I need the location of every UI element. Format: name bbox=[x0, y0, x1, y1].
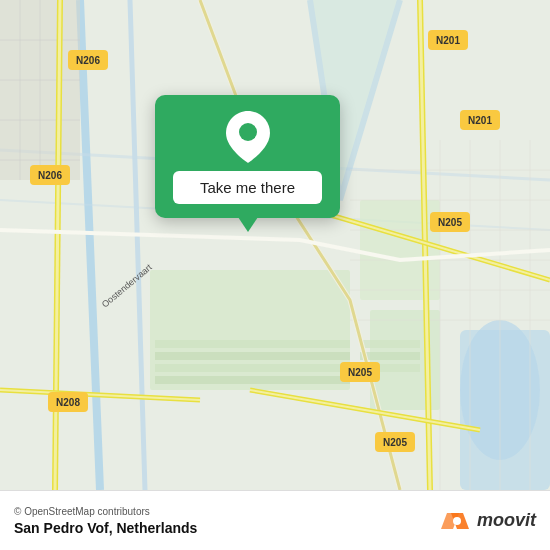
svg-text:N201: N201 bbox=[468, 115, 492, 126]
svg-rect-9 bbox=[155, 340, 350, 348]
map-container: N206 N206 N201 N201 N205 N205 N205 N208 … bbox=[0, 0, 550, 490]
svg-text:N201: N201 bbox=[436, 35, 460, 46]
svg-rect-13 bbox=[360, 340, 420, 348]
footer-bar: © OpenStreetMap contributors San Pedro V… bbox=[0, 490, 550, 550]
popup-card[interactable]: Take me there bbox=[155, 95, 340, 218]
location-pin-icon bbox=[226, 111, 270, 163]
svg-rect-10 bbox=[155, 352, 350, 360]
svg-point-55 bbox=[453, 517, 461, 525]
take-me-there-button[interactable]: Take me there bbox=[173, 171, 322, 204]
moovit-logo: moovit bbox=[441, 505, 536, 537]
map-svg: N206 N206 N201 N201 N205 N205 N205 N208 … bbox=[0, 0, 550, 490]
svg-rect-12 bbox=[155, 376, 350, 384]
location-icon-container bbox=[224, 113, 272, 161]
svg-text:N205: N205 bbox=[383, 437, 407, 448]
footer-location: San Pedro Vof, Netherlands bbox=[14, 520, 197, 536]
svg-point-51 bbox=[239, 123, 257, 141]
svg-rect-14 bbox=[360, 352, 420, 360]
svg-text:N208: N208 bbox=[56, 397, 80, 408]
svg-rect-11 bbox=[155, 364, 350, 372]
moovit-logo-text: moovit bbox=[477, 510, 536, 531]
footer-left: © OpenStreetMap contributors San Pedro V… bbox=[14, 506, 197, 536]
svg-text:N205: N205 bbox=[348, 367, 372, 378]
svg-text:N206: N206 bbox=[76, 55, 100, 66]
moovit-logo-icon bbox=[441, 505, 473, 537]
svg-text:N205: N205 bbox=[438, 217, 462, 228]
footer-copyright: © OpenStreetMap contributors bbox=[14, 506, 197, 517]
svg-text:N206: N206 bbox=[38, 170, 62, 181]
